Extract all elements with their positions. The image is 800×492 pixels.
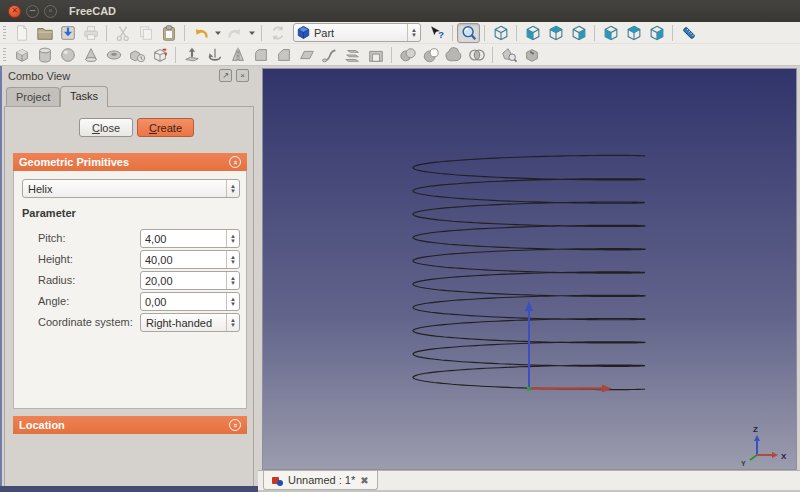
- cylinder-button[interactable]: [33, 45, 56, 65]
- cuberight-icon: [570, 24, 588, 42]
- spin-arrows-icon[interactable]: ▲▼: [226, 293, 239, 310]
- cubetop-icon: [625, 24, 643, 42]
- left-view-button[interactable]: [645, 23, 668, 43]
- pitch-stepper[interactable]: ▲▼: [140, 229, 240, 248]
- sphere-button[interactable]: [56, 45, 79, 65]
- combo-arrows-icon: ▲▼: [226, 180, 239, 197]
- angle-stepper[interactable]: ▲▼: [140, 292, 240, 311]
- location-header[interactable]: Location »: [13, 416, 247, 434]
- navigation-axes: Z X Y: [741, 425, 787, 467]
- window-minimize-button[interactable]: ─: [26, 5, 39, 18]
- copy-icon: [137, 24, 155, 42]
- toolbar-separator: [391, 47, 392, 63]
- dock-close-icon[interactable]: ×: [236, 69, 249, 82]
- geometric-primitives-body: Helix ▲▼ Parameter Pitch: ▲▼ Height: ▲▼: [13, 171, 247, 409]
- freecad-window: ✕ ─ ▫ FreeCAD Part▲▼ Combo View ↗ × Proj…: [0, 0, 800, 492]
- whats-this-button[interactable]: [425, 23, 448, 43]
- window-close-button[interactable]: ✕: [8, 5, 21, 18]
- primitives-button[interactable]: [125, 45, 148, 65]
- bottom-view-button[interactable]: [622, 23, 645, 43]
- chamfer-icon: [275, 46, 293, 64]
- chamfer-button[interactable]: [272, 45, 295, 65]
- window-maximize-button[interactable]: ▫: [44, 5, 57, 18]
- sweep-button[interactable]: [318, 45, 341, 65]
- defeaturing-button[interactable]: [520, 45, 543, 65]
- rear-view-button[interactable]: [599, 23, 622, 43]
- freecad-document-icon: [272, 475, 283, 486]
- spin-arrows-icon[interactable]: ▲▼: [226, 230, 239, 247]
- coordinate-system-select[interactable]: Right-handed ▲▼: [140, 313, 240, 332]
- file-open-button[interactable]: [33, 23, 56, 43]
- radius-stepper[interactable]: ▲▼: [140, 271, 240, 290]
- measure-button[interactable]: [677, 23, 700, 43]
- tab-close-icon[interactable]: ✖: [360, 475, 368, 486]
- boolean-cut-button[interactable]: [419, 45, 442, 65]
- geometric-primitives-header[interactable]: Geometric Primitives »: [13, 153, 247, 171]
- extrude-button[interactable]: [180, 45, 203, 65]
- paste-icon: [160, 24, 178, 42]
- front-view-button[interactable]: [521, 23, 544, 43]
- folder-icon: [36, 24, 54, 42]
- collapse-icon[interactable]: »: [229, 156, 241, 168]
- revolve-icon: [206, 46, 224, 64]
- tab-tasks[interactable]: Tasks: [60, 86, 108, 107]
- extrude-icon: [183, 46, 201, 64]
- radius-input[interactable]: [141, 272, 226, 289]
- paste-button[interactable]: [157, 23, 180, 43]
- workbench-select[interactable]: Part▲▼: [293, 23, 421, 42]
- dock-float-icon[interactable]: ↗: [219, 69, 232, 82]
- height-input[interactable]: [141, 251, 226, 268]
- document-tab[interactable]: Unnamed : 1* ✖: [263, 471, 378, 490]
- spin-arrows-icon[interactable]: ▲▼: [226, 251, 239, 268]
- file-save-button[interactable]: [56, 23, 79, 43]
- boolean-button[interactable]: [396, 45, 419, 65]
- toolbar-grip[interactable]: [3, 48, 6, 62]
- combo-arrows-icon: ▲▼: [226, 314, 239, 331]
- radius-row: Radius: ▲▼: [14, 271, 248, 290]
- loft-button[interactable]: [341, 45, 364, 65]
- toolbar-separator: [184, 25, 185, 41]
- undo-dropdown-button[interactable]: [212, 23, 223, 43]
- angle-input[interactable]: [141, 293, 226, 310]
- coordinate-system-row: Coordinate system: Right-handed ▲▼: [14, 313, 248, 332]
- pitch-input[interactable]: [141, 230, 226, 247]
- right-view-button[interactable]: [567, 23, 590, 43]
- toolbar-separator: [261, 25, 262, 41]
- create-button[interactable]: Create: [137, 118, 194, 137]
- fit-all-button[interactable]: [457, 23, 480, 43]
- shape-builder-button[interactable]: [148, 45, 171, 65]
- toolbar-separator: [516, 25, 517, 41]
- thickness-button[interactable]: [364, 45, 387, 65]
- 3d-viewport[interactable]: Z X Y: [262, 68, 797, 470]
- pitch-row: Pitch: ▲▼: [14, 229, 248, 248]
- fillet-button[interactable]: [249, 45, 272, 65]
- boolean-common-button[interactable]: [465, 45, 488, 65]
- refresh-button: [266, 23, 289, 43]
- close-button[interactable]: Close: [79, 118, 133, 137]
- axonometric-view-button[interactable]: [489, 23, 512, 43]
- toolbar-separator: [672, 25, 673, 41]
- torus-button[interactable]: [102, 45, 125, 65]
- revolve-button[interactable]: [203, 45, 226, 65]
- tab-project[interactable]: Project: [6, 87, 60, 106]
- primitive-select[interactable]: Helix ▲▼: [22, 179, 240, 198]
- titlebar: ✕ ─ ▫ FreeCAD: [0, 0, 800, 22]
- document-tab-label: Unnamed : 1*: [288, 474, 355, 486]
- cone-button[interactable]: [79, 45, 102, 65]
- toolbar-grip[interactable]: [3, 26, 6, 40]
- box-button[interactable]: [10, 45, 33, 65]
- height-stepper[interactable]: ▲▼: [140, 250, 240, 269]
- mirror-button[interactable]: [226, 45, 249, 65]
- undo-button[interactable]: [189, 23, 212, 43]
- bunion-icon: [445, 46, 463, 64]
- expand-icon[interactable]: »: [229, 419, 241, 431]
- parameter-heading: Parameter: [22, 207, 76, 219]
- refresh-icon: [269, 24, 287, 42]
- boolean-union-button[interactable]: [442, 45, 465, 65]
- spin-arrows-icon[interactable]: ▲▼: [226, 272, 239, 289]
- bdefeat-icon: [523, 46, 541, 64]
- ruled-surface-button[interactable]: [295, 45, 318, 65]
- top-view-button[interactable]: [544, 23, 567, 43]
- check-geometry-button[interactable]: [497, 45, 520, 65]
- redo-dropdown-button: [246, 23, 257, 43]
